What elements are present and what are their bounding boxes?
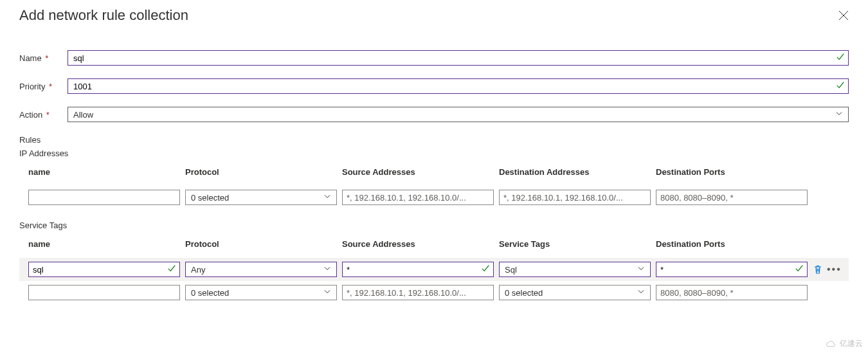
st-protocol-select[interactable]: 0 selected — [185, 285, 337, 300]
chevron-down-icon — [323, 288, 331, 298]
row-name: Name * — [19, 50, 849, 66]
chevron-down-icon — [835, 110, 843, 120]
form-body: Name * Priority * Ac — [0, 32, 868, 322]
col-name: name — [28, 239, 185, 249]
st-source-input[interactable] — [342, 285, 494, 300]
action-select[interactable]: Allow — [68, 107, 849, 122]
ip-source-input[interactable] — [342, 190, 494, 205]
col-name: name — [28, 167, 185, 177]
chevron-down-icon — [323, 193, 331, 203]
ip-addresses-label: IP Addresses — [19, 149, 849, 158]
action-label: Action * — [19, 110, 68, 120]
more-icon[interactable]: ••• — [827, 264, 842, 275]
add-network-rule-panel: Add network rule collection Name * Prior… — [0, 0, 868, 322]
table-row: 0 selected — [19, 186, 849, 209]
priority-input-wrap — [68, 78, 849, 94]
name-input-wrap — [68, 50, 849, 66]
row-action: Action * Allow — [19, 107, 849, 122]
action-select-wrap: Allow — [68, 107, 849, 122]
col-ports: Destination Ports — [656, 167, 813, 177]
close-icon[interactable] — [833, 5, 854, 26]
col-source: Source Addresses — [342, 239, 499, 249]
ip-name-input[interactable] — [28, 190, 180, 205]
name-input[interactable] — [68, 50, 849, 66]
st-source-input[interactable] — [342, 262, 494, 277]
service-tags-table: name Protocol Source Addresses Service T… — [19, 239, 849, 304]
priority-label: Priority * — [19, 82, 68, 91]
row-priority: Priority * — [19, 78, 849, 94]
ip-table-header: name Protocol Source Addresses Destinati… — [19, 167, 849, 186]
st-tags-select[interactable]: 0 selected — [499, 285, 651, 300]
name-label: Name * — [19, 53, 68, 63]
st-name-input[interactable] — [28, 262, 180, 277]
st-ports-input[interactable] — [656, 285, 808, 300]
table-row: 0 selected 0 selected — [19, 281, 849, 304]
priority-input[interactable] — [68, 78, 849, 94]
col-ports: Destination Ports — [656, 239, 813, 249]
col-source: Source Addresses — [342, 167, 499, 177]
col-actions — [813, 167, 849, 177]
ip-addresses-table: name Protocol Source Addresses Destinati… — [19, 167, 849, 209]
col-destination: Destination Addresses — [499, 167, 656, 177]
st-table-header: name Protocol Source Addresses Service T… — [19, 239, 849, 258]
st-tags-select[interactable]: Sql — [499, 262, 651, 277]
delete-icon[interactable] — [813, 264, 823, 275]
col-protocol: Protocol — [185, 239, 342, 249]
st-protocol-select[interactable]: Any — [185, 262, 337, 277]
rules-section-label: Rules — [19, 135, 849, 145]
col-protocol: Protocol — [185, 167, 342, 177]
chevron-down-icon — [637, 265, 645, 275]
chevron-down-icon — [323, 265, 331, 275]
col-tags: Service Tags — [499, 239, 656, 249]
ip-protocol-select[interactable]: 0 selected — [185, 190, 337, 205]
st-ports-input[interactable] — [656, 262, 808, 277]
ip-destination-input[interactable] — [499, 190, 651, 205]
chevron-down-icon — [637, 288, 645, 298]
panel-title: Add network rule collection — [19, 7, 188, 24]
col-actions — [813, 239, 849, 249]
service-tags-label: Service Tags — [19, 221, 849, 230]
st-name-input[interactable] — [28, 285, 180, 300]
ip-ports-input[interactable] — [656, 190, 808, 205]
panel-header: Add network rule collection — [0, 0, 868, 32]
table-row: Any — [19, 258, 849, 281]
